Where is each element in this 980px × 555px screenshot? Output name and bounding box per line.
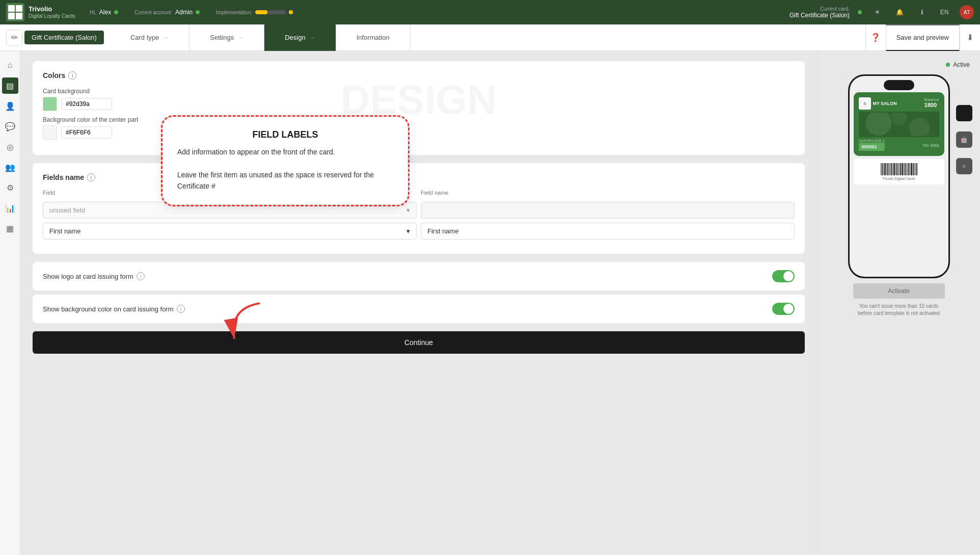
field-name-input-0[interactable] bbox=[421, 202, 795, 219]
apple-icon[interactable] bbox=[956, 105, 972, 121]
colors-section: Colors i Card background Background colo… bbox=[33, 61, 805, 155]
field-select-1-arrow: ▾ bbox=[406, 227, 410, 235]
center-bg-input[interactable] bbox=[61, 126, 112, 139]
bell-icon-btn[interactable]: 🔔 bbox=[892, 5, 907, 19]
sidebar-grid[interactable]: ▦ bbox=[2, 220, 18, 236]
brand-sub: Digital Loyalty Cards bbox=[29, 13, 75, 19]
field-select-1-value: First name bbox=[49, 227, 80, 235]
field-name-input-1[interactable] bbox=[421, 223, 795, 240]
brand-name: Trivolio bbox=[29, 5, 75, 13]
logo-text: Trivolio Digital Loyalty Cards bbox=[29, 5, 75, 19]
edit-icon-btn[interactable]: ✏ bbox=[6, 30, 22, 46]
hl-label: HL bbox=[90, 10, 96, 15]
fields-info-icon[interactable]: i bbox=[87, 173, 95, 181]
center-bg-swatch[interactable] bbox=[43, 125, 57, 140]
center-bg-row bbox=[43, 125, 795, 140]
tab-settings[interactable]: Settings → bbox=[189, 24, 264, 51]
second-nav-left: ✏ Gift Certificate (Salon) bbox=[0, 30, 110, 46]
field-select-1[interactable]: First name ▾ bbox=[43, 223, 417, 240]
card-bg-swatch[interactable] bbox=[43, 97, 57, 111]
balance-val-preview: 1800 bbox=[924, 102, 939, 108]
card-preview: S MY SALON Balance 1800 bbox=[854, 92, 944, 156]
tooltip-body: Add information to appear on the front o… bbox=[177, 146, 393, 192]
sidebar-home[interactable]: ⌂ bbox=[2, 57, 18, 73]
card-bg-row bbox=[43, 97, 795, 111]
account-status-dot bbox=[196, 10, 200, 14]
toggle-label-0: Show logo at card issuing form i bbox=[43, 272, 145, 280]
toggle-row-1: Show background color on card issuing fo… bbox=[33, 295, 805, 323]
card-preview-header: S MY SALON Balance 1800 bbox=[859, 97, 939, 110]
balance-label-preview: Balance bbox=[924, 97, 939, 102]
svg-point-3 bbox=[891, 113, 907, 125]
no-data-label: No data bbox=[923, 143, 939, 148]
sidebar-people[interactable]: 👥 bbox=[2, 159, 18, 175]
field-select-0[interactable]: unused field ▾ bbox=[43, 202, 417, 219]
card-name-badge[interactable]: Gift Certificate (Salon) bbox=[24, 31, 104, 44]
account-label: Current account: bbox=[134, 10, 172, 15]
colors-info-icon[interactable]: i bbox=[68, 71, 76, 80]
account-pill: Current account: Admin bbox=[130, 9, 204, 16]
sun-icon-btn[interactable]: ☀ bbox=[870, 5, 884, 19]
sidebar-card[interactable]: ▤ bbox=[2, 77, 18, 94]
svg-point-1 bbox=[866, 113, 891, 136]
phone-screen: S MY SALON Balance 1800 bbox=[850, 76, 948, 277]
active-dot bbox=[946, 63, 950, 67]
toggle-row-0: Show logo at card issuing form i bbox=[33, 262, 805, 290]
field-name-col-label: Field name bbox=[421, 190, 795, 196]
fields-title: Fields name i bbox=[43, 173, 795, 181]
continue-btn[interactable]: Continue bbox=[33, 331, 805, 354]
phone-mockup-container: S MY SALON Balance 1800 bbox=[848, 74, 950, 278]
logo-area: Trivolio Digital Loyalty Cards bbox=[6, 3, 77, 21]
tab-information[interactable]: Information bbox=[336, 24, 411, 51]
card-bg-input[interactable] bbox=[61, 98, 112, 110]
account-value: Admin bbox=[175, 9, 193, 16]
fields-header-row: Field Field name bbox=[43, 190, 795, 198]
activate-btn[interactable]: Activate bbox=[853, 283, 945, 299]
fields-row-0: unused field ▾ bbox=[43, 202, 795, 219]
fields-section: Fields name i Field Field name unused fi… bbox=[33, 163, 805, 254]
impl-pill: Implementation: bbox=[212, 10, 297, 15]
logo-icon bbox=[6, 3, 24, 21]
web-icon[interactable]: ○ bbox=[956, 158, 972, 174]
sidebar-settings[interactable]: ⚙ bbox=[2, 179, 18, 196]
sidebar-chat[interactable]: 💬 bbox=[2, 118, 18, 135]
colors-title: Colors i bbox=[43, 71, 795, 80]
hl-value: Alex bbox=[99, 9, 111, 16]
content-area: DESIGN Colors i Card background Backgrou… bbox=[20, 51, 817, 555]
tab-arrow-0: → bbox=[163, 35, 169, 41]
lang-icon-btn[interactable]: EN bbox=[937, 5, 951, 19]
sidebar-users[interactable]: 👤 bbox=[2, 98, 18, 114]
toggle-0[interactable] bbox=[772, 270, 795, 282]
cert-label: CERTIFICATE # bbox=[859, 139, 885, 143]
toggle-0-info[interactable]: i bbox=[137, 272, 145, 280]
tab-design[interactable]: Design → bbox=[264, 24, 336, 51]
toggle-label-1: Show background color on card issuing fo… bbox=[43, 305, 185, 313]
sidebar-location[interactable]: ◎ bbox=[2, 139, 18, 155]
help-btn[interactable]: ❓ bbox=[865, 24, 886, 51]
center-bg-label: Background color of the center part bbox=[43, 116, 795, 123]
download-btn[interactable]: ⬇ bbox=[960, 24, 980, 51]
card-cert-area: CERTIFICATE # 000001 No data bbox=[859, 139, 939, 151]
active-badge: Active bbox=[946, 61, 970, 68]
android-icon[interactable]: 🤖 bbox=[956, 131, 972, 148]
avatar-btn[interactable]: AT bbox=[960, 5, 974, 19]
field-select-0-arrow: ▾ bbox=[406, 206, 410, 214]
toggle-1-info[interactable]: i bbox=[177, 305, 185, 313]
barcode-lines bbox=[858, 163, 940, 175]
tab-arrow-2: → bbox=[310, 35, 315, 41]
impl-label: Implementation: bbox=[216, 10, 252, 15]
sidebar: ⌂ ▤ 👤 💬 ◎ 👥 ⚙ 📊 ▦ bbox=[0, 51, 20, 555]
tooltip-overlay: FIELD LABELS Add information to appear o… bbox=[163, 117, 407, 204]
info-icon-btn[interactable]: ℹ bbox=[915, 5, 929, 19]
right-panel: Active S MY SALON bbox=[817, 51, 980, 555]
fields-row-1: First name ▾ bbox=[43, 223, 795, 240]
top-nav: Trivolio Digital Loyalty Cards HL Alex C… bbox=[0, 0, 980, 24]
impl-status-dot bbox=[289, 10, 293, 14]
tab-card-type[interactable]: Card type → bbox=[110, 24, 189, 51]
tab-arrow-1: → bbox=[238, 35, 243, 41]
tooltip-line1: Add information to appear on the front o… bbox=[177, 146, 393, 157]
sidebar-stats[interactable]: 📊 bbox=[2, 200, 18, 216]
barcode-text: Trivolio Digital Cards bbox=[858, 177, 940, 180]
save-preview-btn[interactable]: Save and preview bbox=[886, 24, 960, 51]
toggle-1[interactable] bbox=[772, 303, 795, 315]
